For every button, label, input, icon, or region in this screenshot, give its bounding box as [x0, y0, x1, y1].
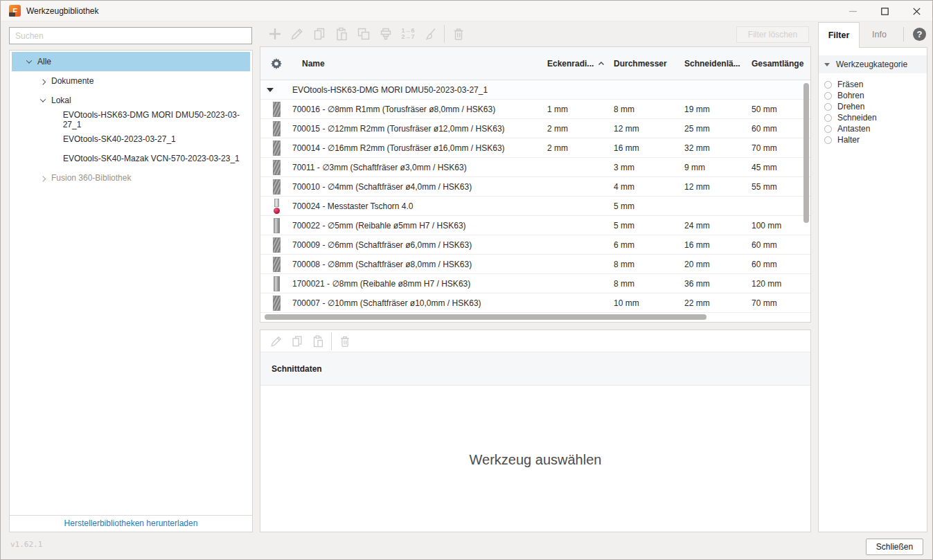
collapse-triangle-icon — [267, 88, 274, 92]
tool-icon — [273, 102, 281, 117]
table-row[interactable]: 700024 - Messtaster Tschorn 4.0 5 mm — [260, 197, 810, 216]
renumber-tools-button[interactable]: 1→6 2→7 — [397, 28, 419, 40]
radio-icon — [824, 114, 832, 122]
cell-schneidenlaenge: 25 mm — [684, 124, 752, 134]
details-toolbar — [260, 330, 810, 352]
fusion-app-icon: F — [9, 5, 21, 17]
cell-eckenradius: 2 mm — [547, 124, 614, 134]
column-header-durchmesser[interactable]: Durchmesser — [614, 59, 684, 69]
version-label: v1.62.1 — [10, 540, 42, 549]
radio-icon — [824, 92, 832, 100]
cell-eckenradius: 2 mm — [547, 143, 614, 153]
tab-info[interactable]: Info — [860, 22, 898, 47]
paste-tool-button[interactable] — [330, 25, 353, 43]
edit-tool-button[interactable] — [286, 25, 308, 43]
tree-item[interactable]: Dokumente — [12, 71, 250, 91]
table-row[interactable]: 700015 - ∅12mm R2mm (Torusfräser ø12,0mm… — [260, 119, 810, 138]
maximize-button[interactable] — [869, 1, 900, 21]
column-header-schneidenlaenge[interactable]: Schneidenlä... — [684, 59, 752, 69]
cell-durchmesser: 8 mm — [614, 105, 684, 114]
close-icon[interactable] — [900, 1, 932, 21]
column-settings-button[interactable] — [260, 58, 292, 69]
tree-item[interactable]: EVOtools-SK40-Mazak VCN-570-2023-03-23_1 — [12, 149, 250, 168]
delete-cutting-data-button[interactable] — [335, 333, 355, 350]
tree-item[interactable]: Alle — [12, 52, 250, 71]
cell-name: 700016 - ∅8mm R1mm (Torusfräser ø8,0mm /… — [292, 105, 547, 114]
new-tool-button[interactable] — [264, 25, 286, 43]
edit-cutting-data-button[interactable] — [266, 333, 287, 350]
horizontal-scrollbar-thumb[interactable] — [265, 314, 707, 320]
cell-gesamtlaenge: 120 mm — [752, 279, 810, 289]
chevron-icon — [39, 98, 46, 104]
library-tree-panel: Alle Dokumente Lokal EVOtools-HSK63-DMG … — [9, 50, 253, 532]
help-icon[interactable]: ? — [913, 28, 926, 41]
category-radio-item[interactable]: Fräsen — [819, 79, 927, 90]
duplicate-tool-button[interactable] — [353, 25, 375, 43]
cell-name: 70011 - ∅3mm (Schaftfräser ø3,0mm / HSK6… — [292, 163, 547, 172]
paste-cutting-data-button[interactable] — [308, 333, 328, 350]
tool-icon — [273, 257, 281, 272]
category-radio-item[interactable]: Bohren — [819, 90, 927, 101]
column-header-eckenradius[interactable]: Eckenradi... — [547, 59, 614, 69]
title-bar[interactable]: F Werkzeugbibliothek — [1, 1, 932, 21]
tree-item[interactable]: Fusion 360-Bibliothek — [12, 168, 250, 188]
cell-durchmesser: 6 mm — [614, 240, 684, 250]
cell-name: 700009 - ∅6mm (Schaftfräser ø6,0mm / HSK… — [292, 240, 547, 250]
category-radio-item[interactable]: Halter — [819, 134, 927, 145]
category-radio-item[interactable]: Drehen — [819, 101, 927, 112]
cell-durchmesser: 8 mm — [614, 260, 684, 269]
table-row[interactable]: 700007 - ∅10mm (Schaftfräser ø10,0mm / H… — [260, 293, 810, 313]
trash-icon — [338, 334, 352, 348]
column-header-eckenradius-label: Eckenradi... — [547, 59, 594, 69]
tool-toolbar: 1→6 2→7 — [260, 21, 811, 46]
tool-details-panel: Schnittdaten Werkzeug auswählen — [260, 329, 811, 532]
cell-gesamtlaenge: 60 mm — [752, 260, 810, 269]
tree-item[interactable]: EVOtools-SK40-2023-03-27_1 — [12, 129, 250, 149]
table-row[interactable]: 700016 - ∅8mm R1mm (Torusfräser ø8,0mm /… — [260, 100, 810, 119]
category-radio-item[interactable]: Antasten — [819, 123, 927, 134]
copy-tool-button[interactable] — [308, 25, 330, 43]
tree-item[interactable]: EVOtools-HSK63-DMG MORI DMU50-2023-03-27… — [12, 110, 250, 129]
search-input[interactable] — [9, 27, 252, 44]
new-holder-button[interactable] — [375, 25, 397, 43]
tool-category-section-header[interactable]: Werkzeugkategorie — [819, 55, 927, 73]
tree-item[interactable]: Lokal — [12, 91, 250, 110]
horizontal-scrollbar[interactable] — [263, 314, 801, 320]
table-row[interactable]: 70011 - ∅3mm (Schaftfräser ø3,0mm / HSK6… — [260, 158, 810, 177]
tool-icon — [273, 121, 281, 136]
empty-selection-message: Werkzeug auswählen — [260, 452, 810, 468]
close-button[interactable]: Schließen — [866, 539, 923, 555]
column-header-gesamtlaenge[interactable]: Gesamtlänge — [752, 59, 810, 69]
delete-tool-button[interactable] — [447, 25, 470, 43]
cutting-data-section-header[interactable]: Schnittdaten — [260, 352, 810, 386]
tool-group-row[interactable]: EVOtools-HSK63-DMG MORI DMU50-2023-03-27… — [260, 80, 810, 100]
table-row[interactable]: 700022 - ∅5mm (Reibahle ø5mm H7 / HSK63)… — [260, 216, 810, 235]
table-row[interactable]: 1700021 - ∅8mm (Reibahle ø8mm H7 / HSK63… — [260, 274, 810, 293]
download-manufacturer-libraries-link[interactable]: Herstellerbibliotheken herunterladen — [10, 515, 252, 532]
column-header-name[interactable]: Name — [292, 59, 547, 69]
cell-gesamtlaenge: 60 mm — [752, 124, 810, 134]
cell-schneidenlaenge: 24 mm — [684, 221, 752, 231]
window-title: Werkzeugbibliothek — [26, 1, 99, 21]
copy-cutting-data-button[interactable] — [287, 333, 308, 350]
tab-filter[interactable]: Filter — [818, 22, 860, 48]
table-header: Name Eckenradi... Durchmesser Schneidenl… — [260, 47, 810, 80]
cell-durchmesser: 16 mm — [614, 143, 684, 153]
tool-table: Name Eckenradi... Durchmesser Schneidenl… — [260, 46, 811, 323]
cleanup-button[interactable] — [419, 25, 441, 43]
table-row[interactable]: 700009 - ∅6mm (Schaftfräser ø6,0mm / HSK… — [260, 235, 810, 255]
filter-panel: Werkzeugkategorie Fräsen Bohren Drehen — [818, 47, 927, 532]
duplicate-icon — [356, 26, 371, 42]
clear-filter-button[interactable]: Filter löschen — [736, 26, 809, 43]
tool-holder-icon — [378, 26, 393, 42]
cell-durchmesser: 5 mm — [614, 221, 684, 231]
tree-item-label: Fusion 360-Bibliothek — [51, 173, 131, 183]
table-row[interactable]: 700008 - ∅8mm (Schaftfräser ø8,0mm / HSK… — [260, 255, 810, 274]
vertical-scrollbar[interactable] — [803, 82, 809, 311]
category-radio-item[interactable]: Schneiden — [819, 112, 927, 123]
minimize-button[interactable] — [837, 1, 869, 21]
category-label: Schneiden — [837, 113, 877, 123]
vertical-scrollbar-thumb[interactable] — [803, 83, 809, 223]
table-row[interactable]: 700014 - ∅16mm R2mm (Torusfräser ø16,0mm… — [260, 138, 810, 158]
table-row[interactable]: 700010 - ∅4mm (Schaftfräser ø4,0mm / HSK… — [260, 177, 810, 197]
